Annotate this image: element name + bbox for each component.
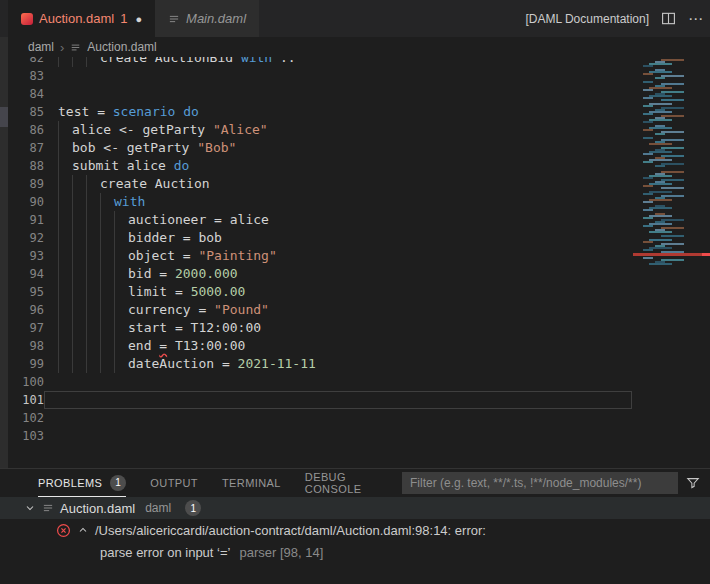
problem-file-path: daml bbox=[145, 501, 171, 515]
code-content[interactable]: end = T13:00:00 bbox=[44, 337, 632, 355]
code-content[interactable]: object = "Painting" bbox=[44, 247, 632, 265]
chevron-down-icon[interactable] bbox=[24, 502, 36, 514]
minimap-line bbox=[655, 77, 665, 79]
filter-funnel-icon[interactable] bbox=[686, 476, 700, 490]
tab-auction-daml[interactable]: Auction.daml 1 ● bbox=[8, 0, 155, 37]
code-token: 5000.00 bbox=[191, 284, 246, 299]
problems-filter-input[interactable] bbox=[402, 472, 678, 494]
code-token: "Bob" bbox=[197, 140, 236, 155]
indent-guide bbox=[100, 247, 114, 265]
code-content[interactable]: alice <- getParty "Alice" bbox=[44, 121, 632, 139]
problem-error-message-row[interactable]: parse error on input ‘=’ parser [98, 14] bbox=[0, 541, 710, 563]
code-content[interactable]: dateAuction = 2021-11-11 bbox=[44, 355, 632, 373]
code-line-98[interactable]: 98end = T13:00:00 bbox=[8, 337, 710, 355]
code-content[interactable]: auctioneer = alice bbox=[44, 211, 632, 229]
code-content[interactable]: start = T12:00:00 bbox=[44, 319, 632, 337]
code-line-91[interactable]: 91auctioneer = alice bbox=[8, 211, 710, 229]
indent-guide bbox=[58, 211, 72, 229]
split-editor-icon[interactable] bbox=[661, 11, 676, 26]
code-content[interactable]: currency = "Pound" bbox=[44, 301, 632, 319]
code-content[interactable]: bob <- getParty "Bob" bbox=[44, 139, 632, 157]
code-line-82[interactable]: 82create AuctionBid with .. bbox=[8, 57, 710, 67]
code-content[interactable]: create Auction bbox=[44, 175, 632, 193]
minimap-line bbox=[643, 153, 653, 155]
code-content[interactable]: bidder = bob bbox=[44, 229, 632, 247]
modified-dot-icon[interactable]: ● bbox=[135, 13, 142, 25]
code-token: scenario bbox=[113, 104, 176, 119]
daml-documentation-action[interactable]: [DAML Documentation] bbox=[525, 12, 649, 26]
code-content[interactable] bbox=[44, 427, 632, 445]
code-line-101[interactable]: 101 bbox=[8, 391, 710, 409]
code-token: create Auction bbox=[100, 176, 210, 191]
tab-main-daml[interactable]: Main.daml bbox=[155, 0, 259, 37]
code-content[interactable]: bid = 2000.000 bbox=[44, 265, 632, 283]
code-content[interactable] bbox=[44, 373, 632, 391]
indent-guide bbox=[58, 337, 72, 355]
code-line-85[interactable]: 85test = scenario do bbox=[8, 103, 710, 121]
code-content[interactable]: create AuctionBid with .. bbox=[44, 57, 632, 67]
indent-guide bbox=[114, 211, 128, 229]
indent-guide bbox=[100, 355, 114, 373]
minimap-line bbox=[643, 121, 653, 123]
breadcrumb-folder[interactable]: daml bbox=[28, 40, 54, 54]
line-number: 100 bbox=[8, 373, 44, 391]
chevron-up-icon[interactable] bbox=[77, 524, 89, 536]
editor-actions: [DAML Documentation] ⋯ bbox=[525, 0, 710, 37]
problem-file-group-row[interactable]: Auction.daml daml 1 bbox=[0, 497, 710, 519]
code-line-92[interactable]: 92bidder = bob bbox=[8, 229, 710, 247]
panel-tab-debug-console[interactable]: DEBUG CONSOLE bbox=[305, 469, 378, 497]
minimap-line bbox=[643, 81, 653, 83]
indent-guide bbox=[58, 157, 72, 175]
code-content[interactable]: submit alice do bbox=[44, 157, 632, 175]
code-line-100[interactable]: 100 bbox=[8, 373, 710, 391]
indent-guide bbox=[114, 247, 128, 265]
more-actions-icon[interactable]: ⋯ bbox=[688, 10, 704, 28]
code-content[interactable]: limit = 5000.00 bbox=[44, 283, 632, 301]
code-line-83[interactable]: 83 bbox=[8, 67, 710, 85]
code-token: 2000.000 bbox=[175, 266, 238, 281]
code-line-88[interactable]: 88submit alice do bbox=[8, 157, 710, 175]
code-line-96[interactable]: 96currency = "Pound" bbox=[8, 301, 710, 319]
code-editor[interactable]: 82create AuctionBid with ..838485test = … bbox=[8, 57, 710, 468]
code-content[interactable]: with bbox=[44, 193, 632, 211]
code-line-94[interactable]: 94bid = 2000.000 bbox=[8, 265, 710, 283]
indent-guide bbox=[86, 355, 100, 373]
line-number: 86 bbox=[8, 121, 44, 139]
minimap-line bbox=[649, 143, 672, 145]
code-line-89[interactable]: 89create Auction bbox=[8, 175, 710, 193]
code-line-86[interactable]: 86alice <- getParty "Alice" bbox=[8, 121, 710, 139]
problem-error-row[interactable]: /Users/alicericcardi/auction-contract/da… bbox=[0, 519, 710, 541]
indent-guide bbox=[86, 301, 100, 319]
indent-guide bbox=[86, 319, 100, 337]
code-content[interactable] bbox=[44, 85, 632, 103]
code-content[interactable] bbox=[44, 391, 632, 409]
indent-guide bbox=[86, 247, 100, 265]
code-line-99[interactable]: 99dateAuction = 2021-11-11 bbox=[8, 355, 710, 373]
code-token: "Painting" bbox=[198, 248, 276, 263]
panel-tab-terminal[interactable]: TERMINAL bbox=[222, 469, 281, 497]
code-line-93[interactable]: 93object = "Painting" bbox=[8, 247, 710, 265]
code-line-103[interactable]: 103 bbox=[8, 427, 710, 445]
minimap-line bbox=[643, 73, 653, 75]
code-line-87[interactable]: 87bob <- getParty "Bob" bbox=[8, 139, 710, 157]
breadcrumb-file[interactable]: Auction.daml bbox=[87, 40, 156, 54]
line-number: 83 bbox=[8, 67, 44, 85]
indent-guide bbox=[86, 57, 100, 67]
code-line-97[interactable]: 97start = T12:00:00 bbox=[8, 319, 710, 337]
code-content[interactable] bbox=[44, 409, 632, 427]
code-line-102[interactable]: 102 bbox=[8, 409, 710, 427]
line-number: 82 bbox=[8, 57, 44, 67]
code-token: submit alice bbox=[72, 158, 174, 173]
code-line-84[interactable]: 84 bbox=[8, 85, 710, 103]
panel-tab-problems[interactable]: PROBLEMS 1 bbox=[38, 469, 126, 497]
code-token: = bbox=[159, 338, 167, 353]
indent-guide bbox=[72, 355, 86, 373]
code-line-90[interactable]: 90with bbox=[8, 193, 710, 211]
code-content[interactable]: test = scenario do bbox=[44, 103, 632, 121]
code-token: object = bbox=[128, 248, 198, 263]
code-line-95[interactable]: 95limit = 5000.00 bbox=[8, 283, 710, 301]
bottom-panel: PROBLEMS 1 OUTPUT TERMINAL DEBUG CONSOLE bbox=[0, 468, 710, 584]
panel-tab-output[interactable]: OUTPUT bbox=[150, 469, 198, 497]
code-content[interactable] bbox=[44, 67, 632, 85]
minimap[interactable] bbox=[633, 57, 710, 468]
